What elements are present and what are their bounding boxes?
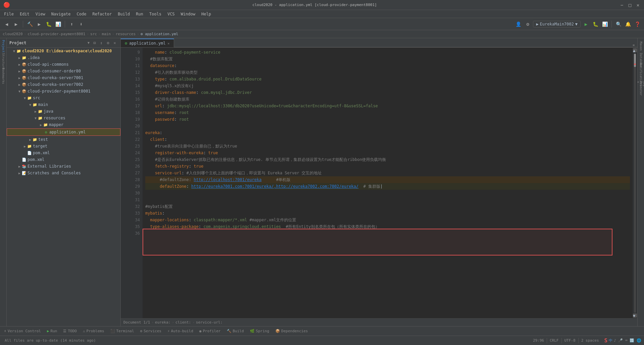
tree-expand-payment[interactable]: ▼ — [17, 89, 21, 93]
version-control-btn[interactable]: ⬆ Version Control — [1, 328, 44, 334]
code-content[interactable]: name: cloud-payment-service #数据库配置 datas… — [143, 48, 633, 318]
tree-expand-scratches[interactable]: ▶ — [17, 171, 21, 175]
toolbar-run[interactable]: ▶ — [35, 20, 43, 28]
tree-eureka7002[interactable]: ▶ 📦 cloud-eureka-server7002 — [7, 81, 120, 88]
status-crlf[interactable]: CRLF — [550, 338, 559, 343]
todo-btn[interactable]: ☰ TODO — [60, 328, 79, 334]
tree-expand-consumer[interactable]: ▶ — [17, 69, 21, 73]
tree-expand-eureka7001[interactable]: ▶ — [17, 76, 21, 80]
tree-eureka7001[interactable]: ▶ 📦 cloud-eureka-server7001 — [7, 74, 120, 81]
tab-close-btn[interactable]: ✕ — [168, 42, 170, 45]
tree-expand-test[interactable]: ▶ — [28, 137, 32, 141]
toolbar-coverage[interactable]: 📊 — [54, 20, 62, 28]
breadcrumb-module[interactable]: cloud-provider-payment8001 — [28, 32, 85, 36]
tree-expand-mapper[interactable]: ▶ — [39, 123, 43, 127]
tree-pom-inner[interactable]: 📄 pom.xml — [7, 150, 120, 156]
menu-refactor[interactable]: Refactor — [90, 11, 114, 17]
breadcrumb-file[interactable]: ⚙ application.yml — [141, 32, 178, 36]
scrollbar-track[interactable] — [634, 54, 636, 313]
problems-btn[interactable]: ⚠ Problems — [80, 328, 107, 334]
tree-expand-java[interactable]: ▶ — [34, 109, 38, 113]
editor-more-btn[interactable]: ≡ — [633, 43, 635, 47]
tree-target[interactable]: ▶ 📁 target — [7, 143, 120, 150]
toolbar-build[interactable]: 🔨 — [26, 20, 34, 28]
project-sidebar-btn[interactable]: Project — [0, 40, 7, 53]
toolbar-update[interactable]: ⬇ — [77, 20, 85, 28]
tree-expand-eureka7002[interactable]: ▶ — [17, 82, 21, 87]
tree-external-libs[interactable]: ▶ 📚 External Libraries — [7, 163, 120, 170]
tree-payment8001[interactable]: ▼ 📦 cloud-provider-payment8001 — [7, 88, 120, 95]
spring-btn[interactable]: 🌿 Spring — [247, 328, 272, 334]
profiler-btn[interactable]: ◉ Profiler — [197, 328, 223, 334]
tree-resources[interactable]: ▼ 📁 resources — [7, 115, 120, 121]
build-btn[interactable]: 🔨 Build — [224, 328, 247, 334]
tree-main[interactable]: ▼ 📁 main — [7, 101, 120, 108]
maven-sidebar-btn[interactable]: Maven — [638, 40, 644, 53]
close-button[interactable]: ✕ — [635, 2, 641, 8]
tree-java[interactable]: ▶ 📁 java — [7, 108, 120, 115]
status-position[interactable]: 29:96 — [533, 338, 544, 343]
menu-tools[interactable]: Tools — [147, 11, 164, 17]
status-charset[interactable]: UTF-8 — [565, 338, 576, 343]
tree-consumer[interactable]: ▶ 📦 cloud-consumer-order80 — [7, 68, 120, 74]
breadcrumb-resources[interactable]: resources — [116, 32, 136, 36]
menu-help[interactable]: Help — [199, 11, 214, 17]
tree-expand-target[interactable]: ▶ — [23, 144, 27, 148]
menu-file[interactable]: File — [1, 11, 16, 17]
panel-collapse-all[interactable]: ⊟ — [92, 40, 98, 46]
menu-window[interactable]: Window — [178, 11, 198, 17]
dependencies-btn[interactable]: 📦 Dependencies — [273, 328, 311, 334]
tree-expand-ext-libs[interactable]: ▶ — [17, 164, 21, 168]
code-editor[interactable]: 9 10 11 12 13 14 15 16 17 18 19 20 21 22… — [121, 48, 637, 318]
auto-build-btn[interactable]: ⚡ Auto-build — [165, 328, 196, 334]
tree-application-yml[interactable]: ⚙ application.yml — [7, 128, 120, 136]
structure-sidebar-btn[interactable]: Structure — [0, 54, 7, 68]
notifications-sidebar-btn[interactable]: Notifications — [638, 68, 644, 81]
tree-scratches[interactable]: ▶ 📝 Scratches and Consoles — [7, 170, 120, 176]
toolbar-git[interactable]: ⬆ — [68, 20, 76, 28]
toolbar-search-everywhere[interactable]: 🔍 — [614, 20, 623, 28]
tree-src[interactable]: ▼ 📁 src — [7, 95, 120, 101]
menu-run[interactable]: Run — [133, 11, 146, 17]
panel-close[interactable]: ✕ — [112, 40, 118, 46]
tree-expand-root[interactable]: ▼ — [12, 49, 16, 53]
tree-expand-src[interactable]: ▼ — [23, 96, 27, 100]
menu-vcs[interactable]: VCS — [165, 11, 177, 17]
toolbar-run-btn[interactable]: ▶ — [582, 20, 590, 28]
tree-idea[interactable]: ▶ 📁 .idea — [7, 54, 120, 61]
tree-api-commons[interactable]: ▶ 📦 cloud-api-commons — [7, 61, 120, 68]
minimize-button[interactable]: − — [619, 2, 625, 8]
scrollbar-thumb[interactable] — [634, 54, 636, 67]
toolbar-debug-btn[interactable]: 🐛 — [591, 20, 599, 28]
tree-root[interactable]: ▼ 📁 cloud2020 E:\idea-workspace\cloud202… — [7, 48, 120, 54]
scrollbar-area[interactable]: ▲ ▼ — [633, 48, 637, 318]
menu-code[interactable]: Code — [74, 11, 89, 17]
tree-pom-outer[interactable]: 📄 pom.xml — [7, 156, 120, 163]
toolbar-back[interactable]: ◀ — [3, 20, 11, 28]
toolbar-forward[interactable]: ▶ — [12, 20, 20, 28]
services-btn[interactable]: ⚙ Services — [138, 328, 164, 334]
menu-build[interactable]: Build — [115, 11, 132, 17]
scroll-down-btn[interactable]: ▼ — [633, 313, 637, 318]
toolbar-help[interactable]: ❓ — [633, 20, 641, 28]
editor-tab-application-yml[interactable]: ⚙ application.yml ✕ — [121, 39, 174, 47]
toolbar-debug[interactable]: 🐛 — [45, 20, 53, 28]
tree-mapper[interactable]: ▶ 📁 mapper — [7, 121, 120, 128]
tree-expand-idea[interactable]: ▶ — [17, 56, 21, 60]
toolbar-settings[interactable]: ⚙ — [524, 20, 532, 28]
scroll-up-btn[interactable]: ▲ — [633, 48, 637, 52]
bookmarks-sidebar-btn[interactable]: Bookmarks — [0, 69, 7, 82]
breadcrumb-project[interactable]: cloud2020 — [3, 32, 23, 36]
panel-settings[interactable]: ⚙ — [105, 40, 111, 46]
toolbar-notifications[interactable]: 🔔 — [624, 20, 632, 28]
panel-scroll-to-source[interactable]: ↕ — [98, 40, 104, 46]
menu-navigate[interactable]: Navigate — [49, 11, 73, 17]
maximize-button[interactable]: □ — [627, 2, 633, 8]
menu-edit[interactable]: Edit — [17, 11, 32, 17]
status-indent[interactable]: 2 spaces — [581, 338, 599, 343]
tree-expand-main[interactable]: ▼ — [28, 103, 32, 107]
toolbar-profile-account[interactable]: 👤 — [514, 20, 522, 28]
run-btn[interactable]: ▶ Run — [44, 328, 60, 334]
breadcrumb-src[interactable]: src — [90, 32, 97, 36]
tree-expand-resources[interactable]: ▼ — [34, 116, 38, 120]
